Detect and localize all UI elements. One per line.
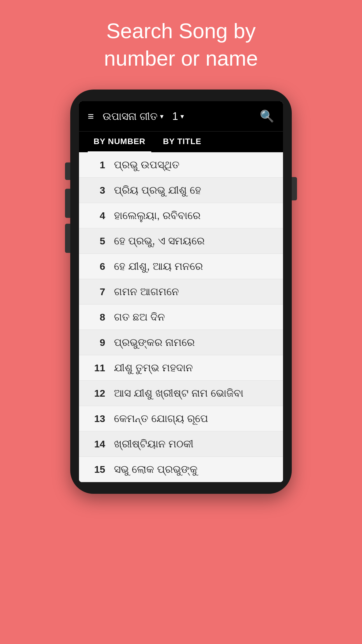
tab-by-title[interactable]: BY TITLE bbox=[157, 132, 207, 152]
title-dropdown-icon[interactable]: ▾ bbox=[160, 112, 164, 120]
song-title: କେମନ୍ତ ଯୋଗ୍ୟ ରୂପେ bbox=[114, 412, 208, 425]
list-item[interactable]: 12ଆସ ଯୀଶୁ ଖ୍ରୀଷ୍ଟ ନାମ ଭୋଜିବା bbox=[79, 381, 283, 406]
list-item[interactable]: 1ପ୍ରଭୁ ଉପସ୍ଥିତ bbox=[79, 152, 283, 178]
song-number: 9 bbox=[88, 337, 105, 348]
list-item[interactable]: 3ପ୍ରିୟ ପ୍ରଭୁ ଯୀଶୁ ହେ bbox=[79, 178, 283, 203]
tab-by-number[interactable]: BY NUMBER bbox=[88, 132, 151, 152]
song-title: ଖ୍ରୀଷ୍ଟିୟାନ ମଠକୀ bbox=[114, 438, 194, 450]
song-number: 14 bbox=[88, 438, 105, 450]
list-item[interactable]: 5ହେ ପ୍ରଭୁ, ଏ ସମୟରେ bbox=[79, 228, 283, 254]
song-title: ଗତ ଛଅ ଦିନ bbox=[114, 311, 165, 323]
song-title: ସଭୁ ଲୋକ ପ୍ରଭୁଙ୍କୁ bbox=[114, 463, 198, 475]
hamburger-icon[interactable]: ≡ bbox=[88, 111, 94, 122]
phone-screen: ≡ ଉପାସନା ଗୀତ ▾ 1 ▾ 🔍 BY NUMBER BY TITLE … bbox=[79, 101, 283, 482]
song-title: ପ୍ରଭୁ ଉପସ୍ଥିତ bbox=[114, 159, 180, 171]
song-number: 15 bbox=[88, 464, 105, 475]
song-number: 1 bbox=[88, 159, 105, 171]
song-title: ପ୍ରଭୁଙ୍କର ନାମରେ bbox=[114, 336, 195, 349]
song-number: 8 bbox=[88, 312, 105, 323]
toolbar-title: ଉପାସନା ଗୀତ ▾ bbox=[103, 110, 164, 123]
song-number: 12 bbox=[88, 388, 105, 399]
song-title: ହେ ପ୍ରଭୁ, ଏ ସମୟରେ bbox=[114, 235, 205, 247]
list-item[interactable]: 8ଗତ ଛଅ ଦିନ bbox=[79, 304, 283, 330]
song-title: ହେ ଯୀଶୁ, ଆୟ ମନରେ bbox=[114, 260, 203, 272]
song-title: ହାଲେଲୁୟା, ରବିବାରେ bbox=[114, 209, 201, 222]
song-title: ପ୍ରିୟ ପ୍ରଭୁ ଯୀଶୁ ହେ bbox=[114, 184, 201, 196]
song-number: 4 bbox=[88, 210, 105, 221]
song-title: ଯୀଶୁ ତୁମ୍ଭ ମହଦାନ bbox=[114, 362, 193, 374]
header-line2: number or name bbox=[104, 45, 258, 72]
search-icon[interactable]: 🔍 bbox=[260, 109, 274, 123]
silent-button bbox=[65, 224, 70, 253]
power-button bbox=[292, 177, 297, 200]
song-number: 11 bbox=[88, 362, 105, 374]
app-toolbar: ≡ ଉପାସନା ଗୀତ ▾ 1 ▾ 🔍 bbox=[79, 101, 283, 131]
list-item[interactable]: 4ହାଲେଲୁୟା, ରବିବାରେ bbox=[79, 203, 283, 228]
phone-wrapper: ≡ ଉପାସନା ଗୀତ ▾ 1 ▾ 🔍 BY NUMBER BY TITLE … bbox=[70, 90, 292, 494]
header-text: Search Song by number or name bbox=[104, 18, 258, 72]
list-item[interactable]: 9ପ୍ରଭୁଙ୍କର ନାମରେ bbox=[79, 330, 283, 355]
song-number: 7 bbox=[88, 286, 105, 298]
song-title: ଗମନ ଆଗମନେ bbox=[114, 286, 179, 298]
song-list: 1ପ୍ରଭୁ ଉପସ୍ଥିତ3ପ୍ରିୟ ପ୍ରଭୁ ଯୀଶୁ ହେ4ହାଲେଲ… bbox=[79, 152, 283, 482]
song-number: 13 bbox=[88, 413, 105, 424]
song-number: 6 bbox=[88, 261, 105, 272]
song-title: ଆସ ଯୀଶୁ ଖ୍ରୀଷ୍ଟ ନାମ ଭୋଜିବା bbox=[114, 387, 243, 399]
volume-down-button bbox=[65, 189, 70, 218]
number-dropdown-icon[interactable]: ▾ bbox=[180, 112, 184, 120]
list-item[interactable]: 6ହେ ଯୀଶୁ, ଆୟ ମନରେ bbox=[79, 254, 283, 279]
header-line1: Search Song by bbox=[104, 18, 258, 45]
list-item[interactable]: 13କେମନ୍ତ ଯୋଗ୍ୟ ରୂପେ bbox=[79, 406, 283, 431]
toolbar-number[interactable]: 1 ▾ bbox=[172, 110, 184, 123]
list-item[interactable]: 7ଗମନ ଆଗମନେ bbox=[79, 279, 283, 304]
tab-bar: BY NUMBER BY TITLE bbox=[79, 131, 283, 152]
list-item[interactable]: 11ଯୀଶୁ ତୁମ୍ଭ ମହଦାନ bbox=[79, 355, 283, 381]
volume-up-button bbox=[65, 162, 70, 180]
song-number: 5 bbox=[88, 235, 105, 247]
song-number: 3 bbox=[88, 185, 105, 196]
list-item[interactable]: 14ଖ୍ରୀଷ୍ଟିୟାନ ମଠକୀ bbox=[79, 431, 283, 457]
list-item[interactable]: 15ସଭୁ ଲୋକ ପ୍ରଭୁଙ୍କୁ bbox=[79, 457, 283, 482]
